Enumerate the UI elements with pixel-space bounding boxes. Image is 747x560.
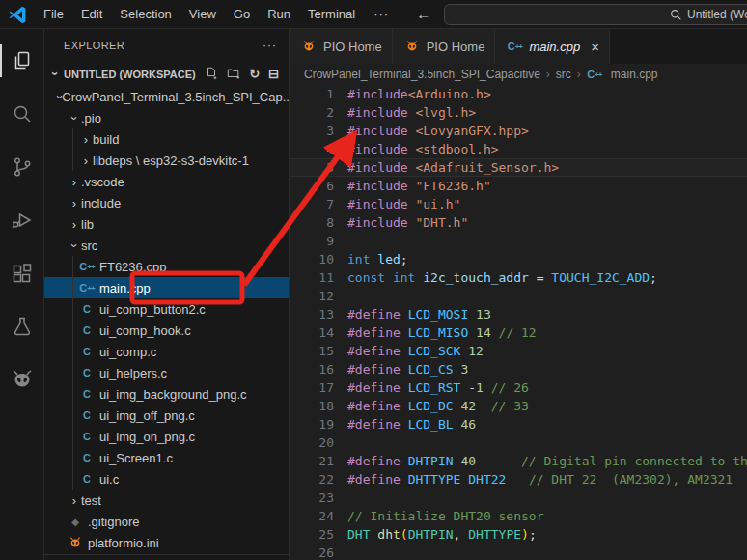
breadcrumb[interactable]: CrowPanel_Terminal_3.5inch_SPI_Capacitiv… xyxy=(290,64,747,85)
line-number: 17 xyxy=(290,378,334,397)
line-number: 4 xyxy=(290,140,334,158)
close-icon[interactable]: × xyxy=(591,39,599,55)
code-line-3[interactable]: 3#include <LovyanGFX.hpp> xyxy=(290,122,747,140)
code-line-15[interactable]: 15#define LCD_SCK 12 xyxy=(290,342,747,360)
code-line-22[interactable]: 22#define DHTTYPE DHT22 // DHT 22 (AM230… xyxy=(290,470,747,489)
tab-main.cpp-2[interactable]: C++main.cpp× xyxy=(495,29,610,64)
tree-item-src[interactable]: ›src xyxy=(44,235,289,256)
c-file-icon: C xyxy=(79,452,95,463)
tree-item-ui-comp-hook.c[interactable]: Cui_comp_hook.c xyxy=(44,320,289,341)
code-line-11[interactable]: 11const int i2c_touch_addr = TOUCH_I2C_A… xyxy=(290,268,747,287)
menu-run[interactable]: Run xyxy=(259,0,299,29)
tree-item-ft6236.cpp[interactable]: C++FT6236.cpp xyxy=(44,256,289,277)
nav-back-button[interactable]: ← xyxy=(416,6,430,22)
tree-item-include[interactable]: ›include xyxy=(44,192,289,213)
line-number: 11 xyxy=(290,268,334,287)
line-number: 9 xyxy=(290,232,334,250)
tree-item-test[interactable]: ›test xyxy=(44,490,289,511)
tree-item-build[interactable]: ›build xyxy=(44,128,289,150)
tree-item-ui-img-off-png.c[interactable]: Cui_img_off_png.c xyxy=(44,405,289,426)
tree-item-ui-helpers.c[interactable]: Cui_helpers.c xyxy=(44,362,289,383)
code-editor[interactable]: 1#include<Arduino.h>2#include <lvgl.h>3#… xyxy=(290,85,747,560)
code-line-4[interactable]: 4#include <stdbool.h> xyxy=(290,140,747,158)
menu-terminal[interactable]: Terminal xyxy=(299,0,364,29)
activity-search[interactable] xyxy=(0,90,44,138)
activity-testing[interactable] xyxy=(0,302,44,350)
activity-source-control[interactable] xyxy=(0,143,44,191)
code-line-20[interactable]: 20 xyxy=(290,434,747,452)
code-line-21[interactable]: 21#define DHTPIN 40 // Digital pin conne… xyxy=(290,452,747,470)
explorer-more-button[interactable]: ··· xyxy=(263,39,277,52)
menu-file[interactable]: File xyxy=(35,0,72,29)
new-folder-icon[interactable] xyxy=(227,67,240,82)
code-line-6[interactable]: 6#include "FT6236.h" xyxy=(290,177,747,195)
line-content: DHT dht(DHTPIN, DHTTYPE); xyxy=(334,525,537,544)
code-line-13[interactable]: 13#define LCD_MOSI 13 xyxy=(290,305,747,323)
tree-item-ui-comp.c[interactable]: Cui_comp.c xyxy=(44,341,289,362)
code-line-26[interactable]: 26 xyxy=(290,544,747,560)
code-line-8[interactable]: 8#include "DHT.h" xyxy=(290,213,747,232)
line-number: 1 xyxy=(290,85,334,103)
tree-item-ui-comp-button2.c[interactable]: Cui_comp_button2.c xyxy=(44,298,289,320)
new-file-icon[interactable] xyxy=(205,67,218,82)
tree-item-label: CrowPanel_Terminal_3.5inch_SPI_Cap... xyxy=(62,90,290,104)
command-center-search[interactable]: Untitled (Workspace) xyxy=(444,4,747,25)
tree-item-libdeps-esp32-s3-devkitc-1[interactable]: ›libdeps \ esp32-s3-devkitc-1 xyxy=(44,150,289,171)
tab-pio-home-1[interactable]: PIO Home xyxy=(393,29,496,64)
menu-selection[interactable]: Selection xyxy=(111,0,180,29)
code-line-5[interactable]: 5#include <Adafruit_Sensor.h> xyxy=(290,158,747,177)
line-number: 5 xyxy=(290,158,334,177)
code-line-25[interactable]: 25DHT dht(DHTPIN, DHTTYPE); xyxy=(290,525,747,544)
tree-item-label: ui_Screen1.c xyxy=(99,451,173,465)
tree-item-ui-screen1.c[interactable]: Cui_Screen1.c xyxy=(44,447,289,468)
code-line-23[interactable]: 23 xyxy=(290,489,747,507)
activity-explorer[interactable] xyxy=(0,37,44,85)
tree-item-crowpanel-terminal-3.5inch-spi-cap...[interactable]: ›CrowPanel_Terminal_3.5inch_SPI_Cap... xyxy=(44,86,289,107)
code-line-9[interactable]: 9 xyxy=(290,232,747,250)
code-line-12[interactable]: 12 xyxy=(290,287,747,305)
code-line-18[interactable]: 18#define LCD_DC 42 // 33 xyxy=(290,397,747,415)
chevron-down-icon: › xyxy=(53,95,68,98)
code-line-16[interactable]: 16#define LCD_CS 3 xyxy=(290,360,747,378)
tree-item-main.cpp[interactable]: C++main.cpp xyxy=(44,277,289,298)
code-line-19[interactable]: 19#define LCD_BL 46 xyxy=(290,415,747,434)
tree-item-label: include xyxy=(81,196,121,210)
tree-item-ui-img-background-png.c[interactable]: Cui_img_background_png.c xyxy=(44,383,289,405)
code-line-17[interactable]: 17#define LCD_RST -1 // 26 xyxy=(290,378,747,397)
code-line-10[interactable]: 10int led; xyxy=(290,250,747,268)
file-tree: ›CrowPanel_Terminal_3.5inch_SPI_Cap...›.… xyxy=(44,86,289,553)
menu-go[interactable]: Go xyxy=(225,0,259,29)
menu-edit[interactable]: Edit xyxy=(72,0,111,29)
collapse-all-icon[interactable]: ⊟ xyxy=(268,68,279,81)
code-line-2[interactable]: 2#include <lvgl.h> xyxy=(290,103,747,122)
code-line-14[interactable]: 14#define LCD_MISO 14 // 12 xyxy=(290,323,747,342)
tree-item-.vscode[interactable]: ›.vscode xyxy=(44,171,289,192)
tree-item-.pio[interactable]: ›.pio xyxy=(44,107,289,128)
workspace-row[interactable]: › UNTITLED (WORKSPACE) ↻⊟ xyxy=(44,62,289,86)
tree-item-.gitignore[interactable]: ◆.gitignore xyxy=(44,511,289,532)
explorer-sidebar: EXPLORER ··· › UNTITLED (WORKSPACE) ↻⊟ ›… xyxy=(44,29,290,560)
menu-view[interactable]: View xyxy=(180,0,225,29)
outline-section-header[interactable]: › OUTLINE xyxy=(44,554,289,560)
tree-item-ui.c[interactable]: Cui.c xyxy=(44,468,289,490)
breadcrumb-item[interactable]: src xyxy=(556,68,571,81)
refresh-icon[interactable]: ↻ xyxy=(249,68,260,81)
tab-pio-home-0[interactable]: PIO Home xyxy=(290,29,393,64)
activity-run-debug[interactable] xyxy=(0,196,44,244)
activity-extensions[interactable] xyxy=(0,249,44,297)
tree-item-ui-img-on-png.c[interactable]: Cui_img_on_png.c xyxy=(44,426,289,447)
code-line-1[interactable]: 1#include<Arduino.h> xyxy=(290,85,747,103)
breadcrumb-item[interactable]: CrowPanel_Terminal_3.5inch_SPI_Capacitiv… xyxy=(304,68,540,81)
tree-item-lib[interactable]: ›lib xyxy=(44,213,289,235)
menu-overflow-button[interactable]: ··· xyxy=(364,7,399,21)
breadcrumb-item[interactable]: C++main.cpp xyxy=(587,68,658,81)
line-number: 15 xyxy=(290,342,334,360)
line-number: 26 xyxy=(290,544,334,560)
line-number: 2 xyxy=(290,103,334,122)
code-line-24[interactable]: 24// Initialize DHT20 sensor xyxy=(290,507,747,525)
cpp-file-icon: C++ xyxy=(507,41,522,52)
tree-item-platformio.ini[interactable]: platformio.ini xyxy=(44,532,289,553)
c-file-icon: C xyxy=(79,409,95,421)
activity-platformio[interactable] xyxy=(0,355,44,404)
code-line-7[interactable]: 7#include "ui.h" xyxy=(290,195,747,213)
